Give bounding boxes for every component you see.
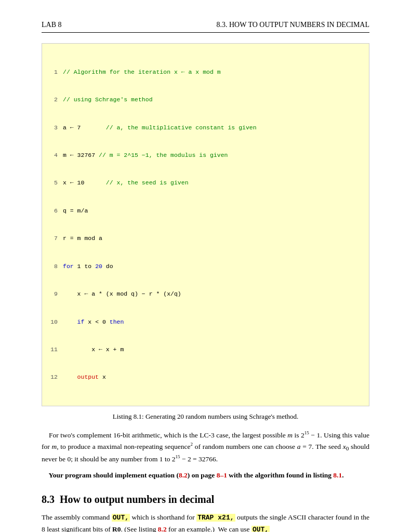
- body-paragraph-3: The assembly command OUT, which is short…: [42, 512, 369, 532]
- listing-1-caption: Listing 8.1: Generating 20 random number…: [42, 413, 369, 421]
- header-right: 8.3. HOW TO OUTPUT NUMBERS IN DECIMAL: [216, 21, 369, 29]
- listing-1: 1// Algorithm for the iteration x ← a x …: [42, 43, 369, 406]
- body-paragraph-2: Your program should implement equation (…: [42, 470, 369, 481]
- header-left: LAB 8: [42, 21, 62, 29]
- section-83-num: 8.3: [42, 494, 55, 505]
- body-paragraph-1: For two's complement 16-bit arithmetic, …: [42, 429, 369, 464]
- section-83-title: 8.3 How to output numbers in decimal: [42, 494, 369, 506]
- line-num: 1: [48, 68, 58, 77]
- page-header: LAB 8 8.3. HOW TO OUTPUT NUMBERS IN DECI…: [42, 21, 369, 33]
